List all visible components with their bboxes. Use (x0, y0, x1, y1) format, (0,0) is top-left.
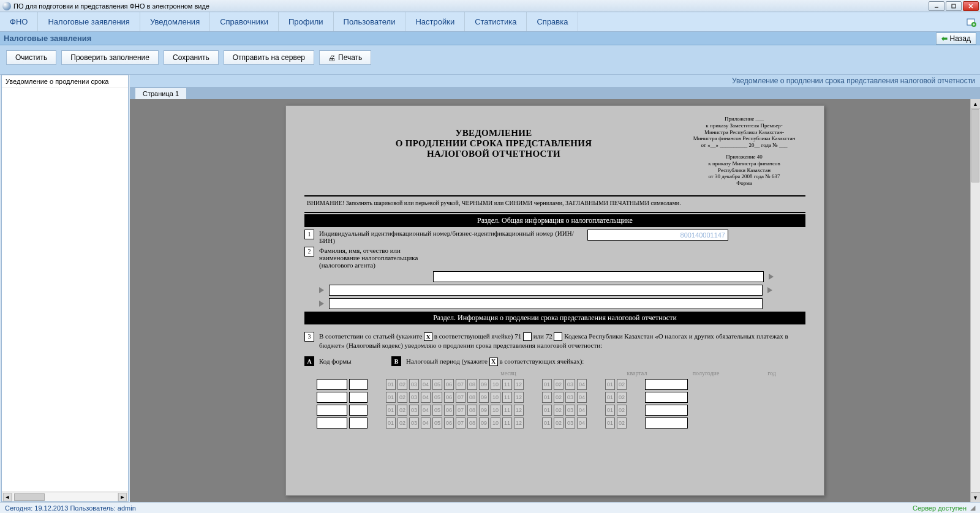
half-cell[interactable]: 01 (605, 405, 615, 416)
form-code-suffix-input[interactable] (349, 379, 368, 390)
month-cell[interactable]: 01 (386, 379, 396, 390)
print-button[interactable]: 🖨Печать (319, 50, 371, 65)
tab-page1[interactable]: Страница 1 (135, 88, 187, 99)
quarter-cell[interactable]: 02 (554, 418, 564, 429)
month-cell[interactable]: 07 (456, 405, 466, 416)
half-cell[interactable]: 02 (617, 405, 627, 416)
clear-button[interactable]: Очистить (6, 50, 56, 65)
year-input[interactable] (645, 405, 688, 416)
month-cell[interactable]: 09 (479, 392, 489, 403)
resize-grip-icon[interactable]: ◢ (967, 504, 975, 512)
month-cell[interactable]: 07 (456, 379, 466, 390)
month-cell[interactable]: 10 (491, 379, 500, 390)
month-cell[interactable]: 08 (467, 379, 477, 390)
month-cell[interactable]: 04 (421, 392, 431, 403)
taxpayer-name-input-3[interactable] (329, 298, 763, 309)
article-72-checkbox[interactable] (554, 332, 562, 341)
quarter-cell[interactable]: 04 (577, 392, 587, 403)
menu-statistics[interactable]: Статистика (465, 12, 527, 31)
half-cell[interactable]: 01 (605, 379, 615, 390)
month-cell[interactable]: 12 (514, 418, 524, 429)
maximize-button[interactable] (946, 1, 962, 11)
month-cell[interactable]: 01 (386, 405, 396, 416)
month-cell[interactable]: 07 (456, 418, 466, 429)
send-button[interactable]: Отправить на сервер (224, 50, 314, 65)
menu-dictionaries[interactable]: Справочники (210, 12, 279, 31)
month-cell[interactable]: 12 (514, 379, 524, 390)
month-cell[interactable]: 10 (491, 405, 500, 416)
month-cell[interactable]: 02 (398, 392, 407, 403)
quarter-cell[interactable]: 03 (565, 405, 575, 416)
menu-profiles[interactable]: Профили (279, 12, 334, 31)
article-71-checkbox[interactable] (523, 332, 532, 341)
new-window-icon[interactable] (967, 12, 980, 31)
scroll-down-icon[interactable]: ▼ (971, 492, 980, 502)
month-cell[interactable]: 01 (386, 418, 396, 429)
expand-icon[interactable] (319, 301, 324, 307)
month-cell[interactable]: 05 (432, 405, 442, 416)
save-button[interactable]: Сохранить (164, 50, 219, 65)
month-cell[interactable]: 02 (398, 418, 407, 429)
form-code-suffix-input[interactable] (349, 418, 368, 429)
quarter-cell[interactable]: 04 (577, 405, 587, 416)
year-input[interactable] (645, 418, 688, 429)
month-cell[interactable]: 11 (502, 405, 512, 416)
month-cell[interactable]: 07 (456, 392, 466, 403)
month-cell[interactable]: 03 (409, 418, 419, 429)
menu-fno[interactable]: ФНО (0, 12, 38, 31)
form-code-input[interactable] (317, 405, 347, 416)
quarter-cell[interactable]: 04 (577, 379, 587, 390)
month-cell[interactable]: 09 (479, 418, 489, 429)
quarter-cell[interactable]: 03 (565, 379, 575, 390)
month-cell[interactable]: 11 (502, 379, 512, 390)
month-cell[interactable]: 04 (421, 379, 431, 390)
quarter-cell[interactable]: 03 (565, 418, 575, 429)
month-cell[interactable]: 10 (491, 418, 500, 429)
quarter-cell[interactable]: 02 (554, 405, 564, 416)
expand-icon[interactable] (767, 287, 772, 293)
quarter-cell[interactable]: 04 (577, 418, 587, 429)
form-code-suffix-input[interactable] (349, 405, 368, 416)
month-cell[interactable]: 09 (479, 379, 489, 390)
year-input[interactable] (645, 392, 688, 403)
menu-help[interactable]: Справка (527, 12, 578, 31)
quarter-cell[interactable]: 02 (554, 392, 564, 403)
tree-hscrollbar[interactable]: ◄ ► (2, 492, 128, 501)
taxpayer-name-input-2[interactable] (329, 285, 763, 296)
month-cell[interactable]: 06 (444, 405, 454, 416)
month-cell[interactable]: 02 (398, 405, 407, 416)
taxpayer-name-input-1[interactable] (433, 271, 764, 282)
iin-bin-input[interactable] (587, 230, 728, 241)
month-cell[interactable]: 06 (444, 379, 454, 390)
close-button[interactable] (963, 1, 979, 11)
month-cell[interactable]: 08 (467, 405, 477, 416)
quarter-cell[interactable]: 01 (542, 405, 552, 416)
month-cell[interactable]: 11 (502, 392, 512, 403)
expand-icon[interactable] (769, 274, 774, 280)
month-cell[interactable]: 04 (421, 405, 431, 416)
vscroll-thumb[interactable] (971, 109, 979, 182)
form-code-input[interactable] (317, 418, 347, 429)
month-cell[interactable]: 12 (514, 405, 524, 416)
quarter-cell[interactable]: 02 (554, 379, 564, 390)
back-button[interactable]: ⬅Назад (936, 32, 976, 45)
half-cell[interactable]: 01 (605, 392, 615, 403)
month-cell[interactable]: 11 (502, 418, 512, 429)
quarter-cell[interactable]: 01 (542, 392, 552, 403)
month-cell[interactable]: 03 (409, 379, 419, 390)
month-cell[interactable]: 12 (514, 392, 524, 403)
scroll-thumb[interactable] (14, 493, 45, 501)
half-cell[interactable]: 02 (617, 418, 627, 429)
scroll-up-icon[interactable]: ▲ (971, 99, 980, 109)
menu-settings[interactable]: Настройки (405, 12, 465, 31)
month-cell[interactable]: 03 (409, 392, 419, 403)
scroll-right-icon[interactable]: ► (118, 493, 127, 501)
month-cell[interactable]: 05 (432, 379, 442, 390)
quarter-cell[interactable]: 01 (542, 379, 552, 390)
expand-icon[interactable] (319, 287, 324, 293)
month-cell[interactable]: 04 (421, 418, 431, 429)
menu-notifications[interactable]: Уведомления (140, 12, 210, 31)
month-cell[interactable]: 03 (409, 405, 419, 416)
month-cell[interactable]: 06 (444, 392, 454, 403)
quarter-cell[interactable]: 01 (542, 418, 552, 429)
